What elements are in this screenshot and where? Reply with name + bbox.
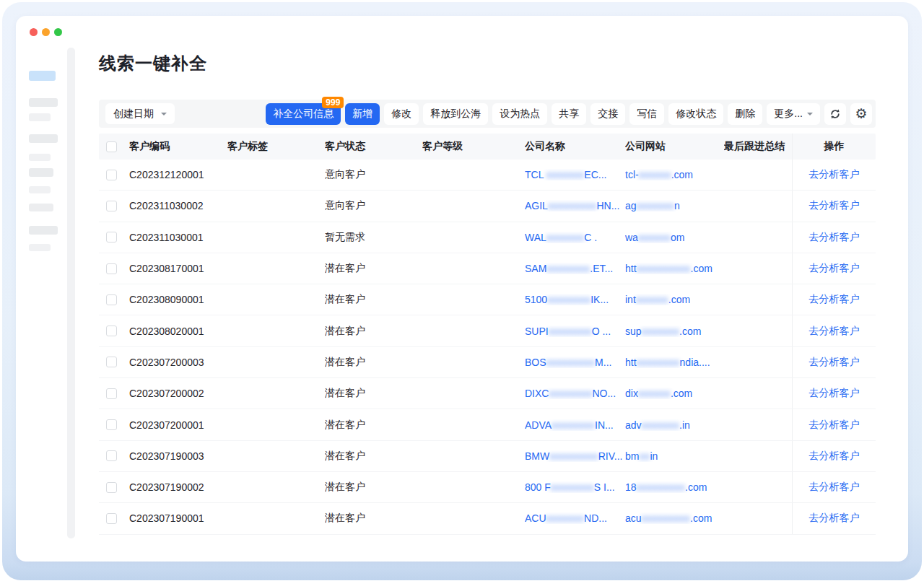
column-header-company[interactable]: 公司名称 <box>525 140 625 153</box>
row-checkbox[interactable] <box>106 201 117 211</box>
analyze-customer-link[interactable]: 去分析客户 <box>809 356 860 369</box>
company-website-link[interactable]: bmxxin <box>625 450 658 462</box>
close-button[interactable] <box>30 28 38 36</box>
analyze-customer-link[interactable]: 去分析客户 <box>809 262 860 275</box>
customer-code: C202307200001 <box>129 419 227 431</box>
row-checkbox[interactable] <box>106 450 117 461</box>
analyze-customer-link[interactable]: 去分析客户 <box>809 325 860 338</box>
more-button[interactable]: 更多... <box>767 103 820 125</box>
table-row: C202308090001 潜在客户 5100xxxxxxxxIK... int… <box>99 284 876 315</box>
company-website-link[interactable]: agxxxxxxxn <box>625 200 680 211</box>
sidebar-skeleton-item <box>29 186 51 193</box>
date-filter-select[interactable]: 创建日期 <box>105 103 175 124</box>
row-checkbox[interactable] <box>106 482 117 493</box>
sidebar-skeleton-item <box>29 134 58 143</box>
table-row: C202312120001 意向客户 TCL xxxxxxxEC... tcl-… <box>99 160 876 191</box>
window-controls <box>30 28 62 36</box>
row-checkbox[interactable] <box>106 513 117 524</box>
row-checkbox[interactable] <box>106 263 117 274</box>
company-name-link[interactable]: SUPIxxxxxxxxO ... <box>525 326 611 337</box>
company-website-link[interactable]: waxxxxxxom <box>625 232 684 243</box>
toolbar-button[interactable]: 修改 <box>384 103 419 125</box>
toolbar-button[interactable]: 共享 <box>552 103 586 125</box>
complete-company-info-button[interactable]: 补全公司信息 999 <box>266 103 341 125</box>
company-website-link[interactable]: advxxxxxxx.in <box>625 419 690 431</box>
company-website-link[interactable]: supxxxxxxx.com <box>625 326 701 337</box>
customer-code: C202311030001 <box>129 232 227 243</box>
sync-button[interactable] <box>824 103 846 125</box>
customer-status: 潜在客户 <box>325 325 422 338</box>
company-name-link[interactable]: SAMxxxxxxxx.ET... <box>525 263 613 274</box>
select-all-checkbox[interactable] <box>106 141 117 152</box>
company-name-link[interactable]: BMWxxxxxxxxxRIV... <box>525 450 622 462</box>
minimize-button[interactable] <box>42 28 50 36</box>
maximize-button[interactable] <box>54 28 62 36</box>
browser-window: 线索一键补全 创建日期 补全公司信息 999 新增 修改释放到公海设为热点共享交… <box>16 16 908 562</box>
sidebar-active-item[interactable] <box>29 71 56 81</box>
table-row: C202307200003 潜在客户 BOSxxxxxxxxxM... httx… <box>99 347 876 378</box>
gear-icon: ⚙ <box>855 107 867 121</box>
analyze-customer-link[interactable]: 去分析客户 <box>809 387 860 400</box>
sidebar-skeleton-item <box>29 244 51 251</box>
company-website-link[interactable]: intxxxxxx.com <box>625 294 690 305</box>
company-website-link[interactable]: httxxxxxxxxxx.com <box>625 263 712 274</box>
column-header-level[interactable]: 客户等级 <box>422 140 525 153</box>
company-name-link[interactable]: BOSxxxxxxxxxM... <box>525 357 611 368</box>
column-header-tag[interactable]: 客户标签 <box>227 140 325 153</box>
row-checkbox[interactable] <box>106 388 117 399</box>
analyze-customer-link[interactable]: 去分析客户 <box>809 168 860 181</box>
chevron-down-icon <box>161 113 167 118</box>
customer-code: C202307190001 <box>129 512 227 524</box>
analyze-customer-link[interactable]: 去分析客户 <box>809 419 860 432</box>
toolbar-button[interactable]: 设为热点 <box>492 103 547 125</box>
table-row: C202307190002 潜在客户 800 FxxxxxxxxS I... 1… <box>99 472 876 503</box>
row-checkbox[interactable] <box>106 326 117 336</box>
row-checkbox[interactable] <box>106 294 117 305</box>
table-header: 客户编码 客户标签 客户状态 客户等级 公司名称 公司网站 最后跟进总结 操作 <box>99 134 876 160</box>
company-website-link[interactable]: dixxxxxxx.com <box>625 388 692 399</box>
analyze-customer-link[interactable]: 去分析客户 <box>809 481 860 494</box>
row-checkbox[interactable] <box>106 357 117 367</box>
company-name-link[interactable]: AGILxxxxxxxxxHN... <box>525 200 619 211</box>
customer-status: 潜在客户 <box>325 293 422 306</box>
date-filter-label: 创建日期 <box>113 108 154 121</box>
add-button[interactable]: 新增 <box>345 103 380 125</box>
analyze-customer-link[interactable]: 去分析客户 <box>809 512 860 525</box>
main-content: 线索一键补全 创建日期 补全公司信息 999 新增 修改释放到公海设为热点共享交… <box>99 16 876 535</box>
company-name-link[interactable]: 5100xxxxxxxxIK... <box>525 294 609 305</box>
company-website-link[interactable]: acuxxxxxxxxx.com <box>625 512 712 524</box>
column-header-website[interactable]: 公司网站 <box>625 140 724 153</box>
row-checkbox[interactable] <box>106 232 117 243</box>
toolbar-button[interactable]: 交接 <box>590 103 625 125</box>
company-website-link[interactable]: httxxxxxxxxndia.... <box>625 357 710 368</box>
table-row: C202307190003 潜在客户 BMWxxxxxxxxxRIV... bm… <box>99 441 876 472</box>
company-name-link[interactable]: TCL xxxxxxxEC... <box>525 169 606 180</box>
table-row: C202307190001 潜在客户 ACUxxxxxxxND... acuxx… <box>99 503 876 534</box>
company-name-link[interactable]: 800 FxxxxxxxxS I... <box>525 481 615 493</box>
column-header-code[interactable]: 客户编码 <box>129 140 227 153</box>
company-name-link[interactable]: WALxxxxxxxC . <box>525 232 597 243</box>
company-name-link[interactable]: ADVAxxxxxxxxIN... <box>525 419 614 431</box>
toolbar-button[interactable]: 修改状态 <box>668 103 723 125</box>
toolbar-button[interactable]: 删除 <box>728 103 762 125</box>
settings-button[interactable]: ⚙ <box>850 103 872 125</box>
company-name-link[interactable]: ACUxxxxxxxND... <box>525 512 607 524</box>
column-header-summary[interactable]: 最后跟进总结 <box>724 140 792 153</box>
company-website-link[interactable]: tcl-xxxxxx.com <box>625 169 693 180</box>
customer-status: 暂无需求 <box>325 231 422 244</box>
toolbar-button[interactable]: 释放到公海 <box>423 103 488 125</box>
analyze-customer-link[interactable]: 去分析客户 <box>809 199 860 212</box>
table-body: C202312120001 意向客户 TCL xxxxxxxEC... tcl-… <box>99 160 876 535</box>
analyze-customer-link[interactable]: 去分析客户 <box>809 450 860 463</box>
company-name-link[interactable]: DIXCxxxxxxxxNO... <box>525 388 616 399</box>
column-header-status[interactable]: 客户状态 <box>325 140 422 153</box>
complete-company-info-label: 补全公司信息 <box>273 108 334 121</box>
row-checkbox[interactable] <box>106 419 117 430</box>
sidebar-skeleton-item <box>29 226 58 235</box>
analyze-customer-link[interactable]: 去分析客户 <box>809 293 860 306</box>
company-website-link[interactable]: 18xxxxxxxxx.com <box>625 481 707 493</box>
sidebar-skeleton-item <box>29 154 51 161</box>
row-checkbox[interactable] <box>106 170 117 180</box>
analyze-customer-link[interactable]: 去分析客户 <box>809 231 860 244</box>
toolbar-button[interactable]: 写信 <box>629 103 664 125</box>
